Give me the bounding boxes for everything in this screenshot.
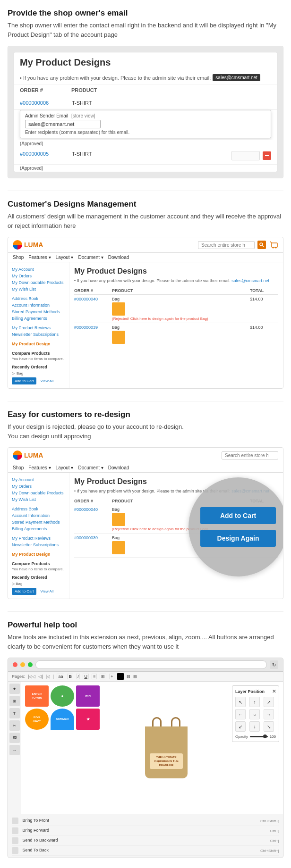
section2-title: Customer's Designs Management — [8, 200, 283, 209]
toolbar-underline-btn[interactable]: U — [83, 674, 89, 679]
toolbar-aa-btn[interactable]: aa — [57, 674, 64, 679]
pos-mid-center[interactable]: ○ — [249, 709, 260, 719]
sidebar-my-product-design[interactable]: My Product Design — [12, 341, 65, 347]
sidebar-my-account-3[interactable]: My Account — [12, 476, 65, 483]
sidebar-reviews-3[interactable]: My Product Reviews — [12, 535, 65, 542]
luma-order3-2[interactable]: #000000039 — [74, 535, 112, 540]
pos-mid-right[interactable]: → — [264, 709, 274, 719]
pos-bot-right[interactable]: ↘ — [264, 721, 274, 732]
sidebar-wishlist-3[interactable]: My Wish List — [12, 496, 65, 503]
toolbar-e-btn[interactable]: ≡ — [92, 674, 97, 679]
nav-layout-3[interactable]: Layout ▾ — [56, 465, 74, 470]
luma-body-3-wrapper: My Account My Orders My Downloadable Pro… — [8, 473, 283, 599]
nav-document[interactable]: Document ▾ — [78, 255, 103, 260]
luma-order3-1[interactable]: #000000040 — [74, 507, 112, 512]
toolbar-q-btn[interactable]: ⊞ — [133, 674, 137, 679]
tool-icon-6[interactable]: ↔ — [9, 745, 20, 755]
sidebar-compare: Compare Products You have no items to co… — [12, 351, 65, 361]
nav-document-3[interactable]: Document ▾ — [78, 465, 103, 470]
opacity-row: Opacity 100 — [235, 734, 276, 739]
popup-label: Admin Sender Email [store view] — [25, 113, 266, 118]
sidebar-downloadable[interactable]: My Downloadable Products — [12, 279, 65, 286]
cart-icon[interactable] — [269, 241, 278, 249]
nav-shop-3[interactable]: Shop — [13, 465, 24, 470]
luma-header: LUMA — [8, 237, 283, 253]
sidebar-newsletter-3[interactable]: Newsletter Subscriptions — [12, 542, 65, 548]
col-order: ORDER # — [20, 87, 43, 93]
pos-top-right[interactable]: ↗ — [264, 697, 274, 707]
toolbar-align-btn[interactable]: ⊟ — [127, 674, 130, 679]
opacity-slider[interactable] — [250, 736, 268, 737]
pos-mid-left[interactable]: ← — [235, 709, 246, 719]
nav-layout[interactable]: Layout ▾ — [56, 255, 74, 260]
add-to-cart-overlay-btn[interactable]: Add to Cart — [200, 507, 276, 524]
tool-body: ★ ⊞ T ✂ 🖼 ↔ ENTERTO WIN ● WIN GIVEAWAY S… — [8, 682, 283, 814]
pos-bot-left[interactable]: ↙ — [235, 721, 246, 732]
sidebar-my-orders[interactable]: My Orders — [12, 273, 65, 279]
delete-icon[interactable] — [263, 151, 271, 160]
sidebar-payment[interactable]: Stored Payment Methods — [12, 309, 65, 315]
refresh-icon[interactable]: ↻ — [270, 660, 278, 669]
tool-icon-4[interactable]: ✂ — [9, 720, 20, 731]
sidebar-my-product-design-3[interactable]: My Product Design — [12, 551, 65, 558]
nav-features[interactable]: Features ▾ — [28, 255, 51, 260]
toolbar-next-btn[interactable]: ◁| — [38, 674, 43, 679]
section1-title: Provide the shop owner's email — [8, 8, 283, 18]
luma-search-input[interactable] — [198, 241, 255, 249]
search-btn[interactable] — [257, 241, 266, 249]
sidebar-address-3[interactable]: Address Book — [12, 506, 65, 512]
tool-canvas-area: ENTERTO WIN ● WIN GIVEAWAY SUMMER ★ THE … — [21, 682, 283, 814]
luma-search-3[interactable] — [222, 451, 278, 459]
sidebar-recently-3: Recently Ordered ▷ Bag Add to Cart View … — [12, 575, 65, 595]
tool-icon-1[interactable]: ★ — [9, 684, 20, 694]
layer-position-panel: Layer Position ✕ ↖ ↑ ↗ ← ○ → ↙ ↓ ↘ — [232, 685, 279, 742]
design-again-overlay-btn[interactable]: Design Again — [200, 530, 276, 547]
sidebar-add-to-cart-btn[interactable]: Add to Cart — [12, 377, 36, 384]
tool-icon-2[interactable]: ⊞ — [9, 696, 20, 706]
tool-icon-3[interactable]: T — [9, 708, 20, 718]
menu-item-bring-forward[interactable]: Bring Forward Ctrl+] — [12, 826, 279, 836]
sidebar-my-account[interactable]: My Account — [12, 266, 65, 273]
toolbar-ff-btn[interactable]: |◁ — [46, 674, 50, 679]
sidebar-account-info[interactable]: Account Information — [12, 302, 65, 309]
nav-download[interactable]: Download — [108, 255, 129, 260]
sidebar-my-orders-3[interactable]: My Orders — [12, 483, 65, 490]
tool-search-input[interactable] — [35, 660, 267, 669]
panel-close-btn[interactable]: ✕ — [272, 689, 276, 694]
sidebar-payment-3[interactable]: Stored Payment Methods — [12, 519, 65, 526]
sidebar-billing[interactable]: Billing Agreements — [12, 315, 65, 322]
sidebar-add-to-cart-btn-3[interactable]: Add to Cart — [12, 588, 36, 595]
order-num-1: #000000006 — [20, 100, 62, 106]
menu-item-bring-front[interactable]: Bring To Front Ctrl+Shift+] — [12, 816, 279, 826]
pos-bot-center[interactable]: ↓ — [249, 721, 260, 732]
toolbar-italic-btn[interactable]: I — [76, 674, 80, 679]
sidebar-reviews[interactable]: My Product Reviews — [12, 325, 65, 331]
toolbar-f2-btn[interactable]: ⊞ — [100, 674, 106, 679]
menu-item-send-backward[interactable]: Send To Backward Ctrl+[ — [12, 836, 279, 846]
menu-item-send-back[interactable]: Send To Back Ctrl+Shift+[ — [12, 846, 279, 856]
sidebar-address[interactable]: Address Book — [12, 295, 65, 302]
sidebar-downloadable-3[interactable]: My Downloadable Products — [12, 490, 65, 496]
luma-order2[interactable]: #000000039 — [74, 325, 112, 330]
nav-shop[interactable]: Shop — [13, 255, 24, 260]
sidebar-newsletter[interactable]: Newsletter Subscriptions — [12, 331, 65, 338]
toolbar-bold-btn[interactable]: B — [67, 674, 73, 679]
luma-info: • If you have any problem with your desi… — [74, 278, 278, 283]
pos-top-left[interactable]: ↖ — [235, 697, 246, 707]
sidebar-wishlist[interactable]: My Wish List — [12, 286, 65, 292]
sidebar-account-info-3[interactable]: Account Information — [12, 512, 65, 519]
sidebar-billing-3[interactable]: Billing Agreements — [12, 526, 65, 532]
sidebar-view-all-3[interactable]: View All — [40, 589, 53, 593]
luma-order1[interactable]: #000000040 — [74, 297, 112, 301]
product-img-2 — [112, 331, 125, 344]
nav-features-3[interactable]: Features ▾ — [28, 465, 51, 470]
popup-email-input[interactable] — [25, 120, 101, 128]
nav-download-3[interactable]: Download — [108, 465, 129, 470]
tool-icon-5[interactable]: 🖼 — [9, 733, 20, 743]
sidebar-view-all[interactable]: View All — [40, 379, 53, 383]
color-black-swatch[interactable] — [117, 673, 124, 680]
luma-nav: Shop Features ▾ Layout ▾ Document ▾ Down… — [8, 253, 283, 262]
toolbar-f-btn[interactable]: |◁◁ — [28, 674, 35, 679]
toolbar-plus-btn[interactable]: + — [109, 674, 114, 679]
pos-top-center[interactable]: ↑ — [249, 697, 260, 707]
